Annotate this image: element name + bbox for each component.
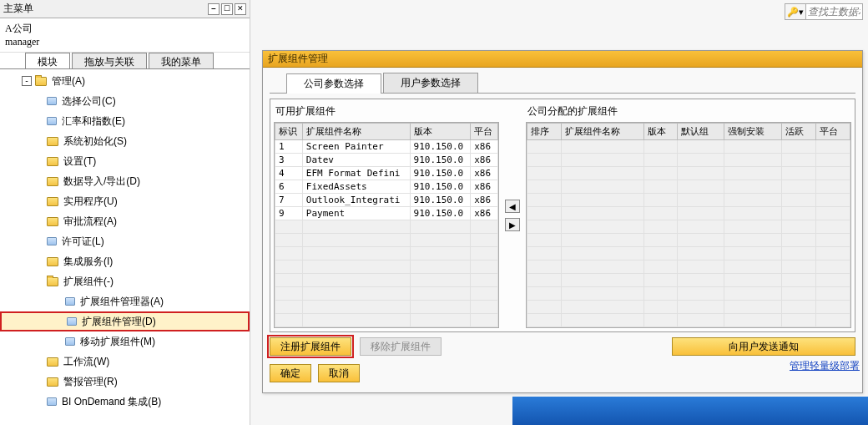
- col-header: 扩展组件名称: [561, 124, 643, 140]
- folder-icon: [47, 257, 58, 266]
- tree-node[interactable]: 集成服务(I): [0, 251, 250, 271]
- folder-icon: [35, 77, 47, 86]
- assigned-addons-grid[interactable]: 排序扩展组件名称版本默认组强制安装活跃平台: [526, 122, 851, 328]
- col-header: 平台: [471, 124, 498, 140]
- cancel-button[interactable]: 取消: [318, 364, 360, 382]
- send-notify-button[interactable]: 向用户发送通知: [672, 337, 855, 356]
- assigned-addons-title: 公司分配的扩展组件: [526, 103, 851, 122]
- minimize-btn[interactable]: ‒: [208, 3, 220, 15]
- item-icon: [67, 317, 77, 326]
- table-row[interactable]: [527, 261, 850, 274]
- tree-node[interactable]: 扩展组件管理(D): [0, 311, 250, 331]
- tree-label: 选择公司(C): [62, 94, 116, 109]
- item-icon: [47, 97, 57, 105]
- tree-node[interactable]: 许可证(L): [0, 231, 250, 251]
- table-row[interactable]: [527, 247, 850, 261]
- tree-label: 警报管理(R): [63, 375, 118, 389]
- tree-node[interactable]: 警报管理(R): [0, 372, 250, 392]
- tree-node[interactable]: 审批流程(A): [0, 211, 250, 231]
- table-row[interactable]: 6FixedAssets910.150.0x86: [275, 180, 498, 194]
- tab-mymenu[interactable]: 我的菜单: [149, 53, 214, 68]
- table-row[interactable]: [527, 314, 850, 327]
- tree-label: 审批流程(A): [63, 215, 117, 229]
- col-header: 扩展组件名称: [302, 124, 410, 140]
- col-header: 标识: [275, 124, 303, 140]
- move-left-btn[interactable]: ◀: [505, 200, 520, 213]
- tab-dragdrop[interactable]: 拖放与关联: [72, 53, 147, 68]
- tree-node[interactable]: 实用程序(U): [0, 191, 250, 211]
- tree-node[interactable]: 工作流(W): [0, 352, 250, 372]
- taskbar-strip: [512, 397, 868, 425]
- tree-label: 集成服务(I): [63, 255, 113, 269]
- table-row[interactable]: [527, 287, 850, 301]
- maximize-btn[interactable]: ☐: [221, 3, 233, 15]
- available-addons-grid[interactable]: 标识扩展组件名称版本平台1Screen Painter910.150.0x863…: [274, 122, 499, 328]
- tree-label: 汇率和指数(E): [62, 114, 125, 129]
- remove-addon-button[interactable]: 移除扩展组件: [360, 337, 442, 356]
- tree-label: 扩展组件管理(D): [82, 315, 156, 329]
- table-row[interactable]: [527, 234, 850, 247]
- tree-node[interactable]: BI OnDemand 集成(B): [0, 392, 250, 412]
- table-row[interactable]: [527, 301, 850, 314]
- table-row[interactable]: [527, 140, 850, 154]
- item-icon: [65, 337, 75, 346]
- tree-label: 扩展组件(-): [63, 275, 114, 289]
- table-row[interactable]: 9Payment910.150.0x86: [275, 207, 498, 220]
- tab-company-params[interactable]: 公司参数选择: [286, 73, 381, 94]
- tab-user-params[interactable]: 用户参数选择: [383, 73, 478, 93]
- tree-label: 系统初始化(S): [63, 134, 127, 149]
- addon-manager-window: 扩展组件管理 公司参数选择 用户参数选择 可用扩展组件 标识扩展组件名称版本平台…: [262, 50, 863, 393]
- move-right-btn[interactable]: ▶: [505, 218, 520, 231]
- table-row[interactable]: 7Outlook_Integrati910.150.0x86: [275, 194, 498, 207]
- navigation-tree: -管理(A)选择公司(C)汇率和指数(E)系统初始化(S)设置(T)数据导入/导…: [0, 69, 250, 425]
- tree-node[interactable]: 移动扩展组件(M): [0, 331, 250, 352]
- available-addons-title: 可用扩展组件: [274, 103, 499, 122]
- folder-icon: [47, 357, 58, 367]
- lightweight-deploy-link[interactable]: 管理轻量级部署: [790, 359, 860, 373]
- tree-node[interactable]: 设置(T): [0, 151, 250, 171]
- item-icon: [47, 397, 57, 406]
- tree-node[interactable]: 选择公司(C): [0, 91, 250, 111]
- folder-icon: [47, 157, 58, 166]
- tree-label: 许可证(L): [62, 235, 104, 249]
- tree-node[interactable]: 数据导入/导出(D): [0, 171, 250, 191]
- table-row[interactable]: [527, 207, 850, 220]
- item-icon: [47, 117, 57, 125]
- table-row[interactable]: [527, 220, 850, 234]
- panel-titlebar: 主菜单 ‒ ☐ ✕: [0, 0, 250, 18]
- tree-label: 扩展组件管理器(A): [80, 295, 164, 309]
- table-row[interactable]: [527, 274, 850, 287]
- tree-label: 管理(A): [52, 74, 85, 89]
- table-row[interactable]: 3Datev910.150.0x86: [275, 154, 498, 167]
- panel-title: 主菜单: [3, 2, 33, 16]
- folder-icon: [47, 197, 58, 206]
- col-header: 平台: [816, 124, 850, 140]
- tree-label: 工作流(W): [63, 355, 109, 369]
- close-btn[interactable]: ✕: [235, 3, 246, 15]
- key-icon[interactable]: 🔑▾: [785, 3, 806, 20]
- window-title: 扩展组件管理: [263, 51, 862, 68]
- table-row[interactable]: [527, 194, 850, 207]
- tree-label: BI OnDemand 集成(B): [62, 395, 161, 409]
- col-header: 强制安装: [724, 124, 782, 140]
- table-row[interactable]: 4EFM Format Defini910.150.0x86: [275, 167, 498, 180]
- tree-node[interactable]: 扩展组件管理器(A): [0, 291, 250, 311]
- tab-modules[interactable]: 模块: [25, 53, 70, 68]
- user-name: manager: [5, 35, 245, 48]
- tree-node[interactable]: 扩展组件(-): [0, 271, 250, 291]
- table-row[interactable]: 1Screen Painter910.150.0x86: [275, 140, 498, 154]
- tree-node[interactable]: 系统初始化(S): [0, 131, 250, 151]
- ok-button[interactable]: 确定: [270, 364, 311, 382]
- search-input[interactable]: [806, 3, 863, 20]
- tree-node[interactable]: -管理(A): [0, 71, 250, 91]
- tree-node[interactable]: 汇率和指数(E): [0, 111, 250, 131]
- main-menu-panel: 主菜单 ‒ ☐ ✕ A公司 manager 模块 拖放与关联 我的菜单 -管理(…: [0, 0, 250, 425]
- register-addon-button[interactable]: 注册扩展组件: [270, 337, 351, 356]
- col-header: 活跃: [782, 124, 816, 140]
- table-row[interactable]: [527, 180, 850, 194]
- company-info: A公司 manager: [0, 18, 250, 53]
- col-header: 排序: [527, 124, 562, 140]
- folder-icon: [47, 377, 58, 387]
- table-row[interactable]: [527, 167, 850, 180]
- table-row[interactable]: [527, 154, 850, 167]
